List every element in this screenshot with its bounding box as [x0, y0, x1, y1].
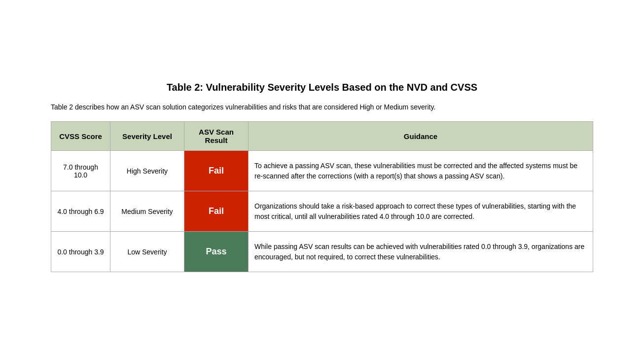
page-container: Table 2: Vulnerability Severity Levels B…: [51, 82, 593, 272]
severity-level-cell: Low Severity: [110, 232, 184, 272]
table-row: 0.0 through 3.9Low SeverityPassWhile pas…: [51, 232, 593, 272]
header-cvss-score: CVSS Score: [51, 122, 110, 151]
header-guidance: Guidance: [249, 122, 593, 151]
header-asv-scan-result: ASV Scan Result: [184, 122, 249, 151]
guidance-cell: While passing ASV scan results can be ac…: [249, 232, 593, 272]
page-title: Table 2: Vulnerability Severity Levels B…: [51, 82, 593, 93]
severity-table: CVSS Score Severity Level ASV Scan Resul…: [51, 121, 593, 272]
table-row: 7.0 through 10.0High SeverityFailTo achi…: [51, 151, 593, 191]
guidance-cell: Organizations should take a risk-based a…: [249, 191, 593, 232]
header-severity-level: Severity Level: [110, 122, 184, 151]
result-cell: Fail: [184, 151, 249, 191]
cvss-score-cell: 7.0 through 10.0: [51, 151, 110, 191]
table-row: 4.0 through 6.9Medium SeverityFailOrgani…: [51, 191, 593, 232]
guidance-cell: To achieve a passing ASV scan, these vul…: [249, 151, 593, 191]
page-description: Table 2 describes how an ASV scan soluti…: [51, 102, 593, 112]
result-cell: Pass: [184, 232, 249, 272]
cvss-score-cell: 4.0 through 6.9: [51, 191, 110, 232]
severity-level-cell: High Severity: [110, 151, 184, 191]
severity-level-cell: Medium Severity: [110, 191, 184, 232]
table-header-row: CVSS Score Severity Level ASV Scan Resul…: [51, 122, 593, 151]
cvss-score-cell: 0.0 through 3.9: [51, 232, 110, 272]
result-cell: Fail: [184, 191, 249, 232]
